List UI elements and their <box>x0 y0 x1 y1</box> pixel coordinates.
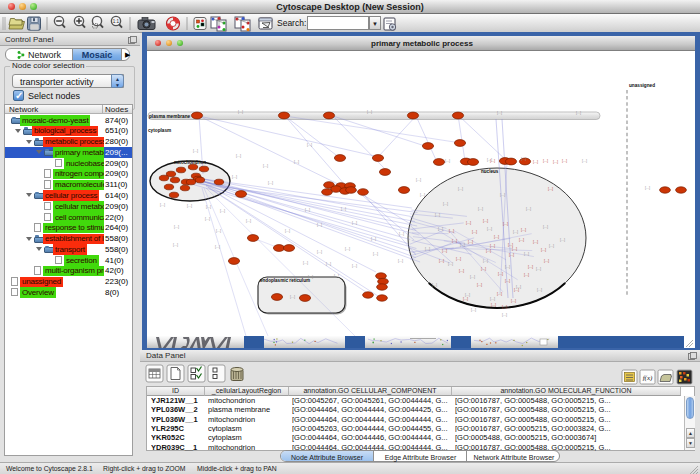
svg-text:[...]: [...] <box>549 244 554 248</box>
svg-text:[...]: [...] <box>307 143 312 147</box>
svg-text:[...]: [...] <box>500 193 505 197</box>
svg-text:[...]: [...] <box>263 164 268 168</box>
svg-text:nucleus: nucleus <box>481 169 499 174</box>
svg-text:[...]: [...] <box>521 157 526 161</box>
svg-text:[...]: [...] <box>463 297 468 301</box>
svg-text:[...]: [...] <box>505 279 510 283</box>
svg-text:[...]: [...] <box>502 305 507 309</box>
svg-text:[...]: [...] <box>478 207 483 211</box>
svg-text:[...]: [...] <box>371 237 376 241</box>
svg-text:cytoplasm: cytoplasm <box>148 128 171 133</box>
svg-text:[...]: [...] <box>187 204 192 208</box>
svg-text:[...]: [...] <box>513 230 518 234</box>
svg-text:[...]: [...] <box>439 259 444 263</box>
svg-text:[...]: [...] <box>303 261 308 265</box>
svg-text:1:1: 1:1 <box>113 19 120 24</box>
svg-text:[...]: [...] <box>305 208 310 212</box>
svg-text:[...]: [...] <box>398 259 403 263</box>
svg-text:[...]: [...] <box>505 265 510 269</box>
svg-text:[...]: [...] <box>541 248 546 252</box>
svg-text:[...]: [...] <box>524 273 529 277</box>
svg-text:[...]: [...] <box>458 187 463 191</box>
svg-text:mitochondrion: mitochondrion <box>174 160 206 165</box>
svg-text:[...]: [...] <box>425 247 430 251</box>
svg-text:[...]: [...] <box>562 159 567 163</box>
svg-text:[...]: [...] <box>173 243 178 247</box>
svg-text:[...]: [...] <box>548 187 553 191</box>
svg-text:[...]: [...] <box>487 227 492 231</box>
svg-text:unassigned: unassigned <box>629 83 655 88</box>
svg-text:[...]: [...] <box>471 308 476 312</box>
svg-text:[...]: [...] <box>466 221 471 225</box>
svg-text:[...]: [...] <box>432 283 437 287</box>
svg-text:[...]: [...] <box>399 232 404 236</box>
svg-text:[...]: [...] <box>533 160 538 164</box>
svg-text:[...]: [...] <box>519 238 524 242</box>
svg-text:[...]: [...] <box>490 244 495 248</box>
svg-text:[...]: [...] <box>452 239 457 243</box>
svg-text:[...]: [...] <box>317 250 322 254</box>
svg-text:[...]: [...] <box>511 299 516 303</box>
svg-text:[...]: [...] <box>205 217 210 221</box>
svg-text:[...]: [...] <box>544 259 549 263</box>
svg-text:[...]: [...] <box>536 267 541 271</box>
svg-text:[...]: [...] <box>528 265 533 269</box>
svg-text:[...]: [...] <box>341 207 346 211</box>
svg-text:[...]: [...] <box>445 159 450 163</box>
svg-text:[...]: [...] <box>533 240 538 244</box>
svg-text:[...]: [...] <box>503 222 508 226</box>
svg-text:[...]: [...] <box>508 243 513 247</box>
svg-text:[...]: [...] <box>456 257 461 261</box>
svg-text:[...]: [...] <box>448 262 453 266</box>
svg-text:f(x): f(x) <box>643 374 653 382</box>
svg-text:[...]: [...] <box>438 227 443 231</box>
svg-text:[...]: [...] <box>459 269 464 273</box>
svg-text:[...]: [...] <box>470 275 475 279</box>
svg-text:[...]: [...] <box>494 235 499 239</box>
svg-text:[...]: [...] <box>543 225 548 229</box>
svg-text:[...]: [...] <box>490 159 495 163</box>
svg-text:[...]: [...] <box>290 295 295 299</box>
svg-text:[...]: [...] <box>449 229 454 233</box>
svg-text:[...]: [...] <box>326 262 331 266</box>
svg-text:[...]: [...] <box>483 259 488 263</box>
svg-text:[...]: [...] <box>481 267 486 271</box>
svg-text:[...]: [...] <box>645 186 650 190</box>
svg-text:[...]: [...] <box>160 203 165 207</box>
svg-text:[...]: [...] <box>443 202 448 206</box>
svg-text:[...]: [...] <box>442 249 447 253</box>
svg-text:[...]: [...] <box>498 272 503 276</box>
svg-text:[...]: [...] <box>294 160 299 164</box>
svg-text:[...]: [...] <box>420 193 425 197</box>
svg-text:[...]: [...] <box>345 247 350 251</box>
svg-text:[...]: [...] <box>268 181 273 185</box>
svg-text:[...]: [...] <box>553 160 558 164</box>
svg-text:[...]: [...] <box>472 230 477 234</box>
svg-text:[...]: [...] <box>486 249 491 253</box>
svg-text:[...]: [...] <box>497 292 502 296</box>
svg-text:[...]: [...] <box>483 219 488 223</box>
svg-text:[...]: [...] <box>317 223 322 227</box>
svg-text:[...]: [...] <box>582 159 587 163</box>
svg-text:[...]: [...] <box>524 252 529 256</box>
svg-text:[...]: [...] <box>174 225 179 229</box>
svg-text:[...]: [...] <box>435 213 440 217</box>
svg-text:[...]: [...] <box>543 159 548 163</box>
svg-text:[...]: [...] <box>236 154 241 158</box>
svg-text:plasma membrane: plasma membrane <box>149 114 191 119</box>
svg-text:[...]: [...] <box>512 247 517 251</box>
svg-text:[...]: [...] <box>490 297 495 301</box>
svg-text:[...]: [...] <box>246 219 251 223</box>
svg-text:[...]: [...] <box>334 274 339 278</box>
svg-text:[...]: [...] <box>560 238 565 242</box>
svg-text:[...]: [...] <box>537 288 542 292</box>
svg-text:[...]: [...] <box>521 228 526 232</box>
svg-text:[...]: [...] <box>497 111 502 115</box>
svg-text:[...]: [...] <box>238 110 243 114</box>
svg-text:[...]: [...] <box>367 110 372 114</box>
svg-text:[...]: [...] <box>352 264 357 268</box>
svg-text:[...]: [...] <box>416 178 421 182</box>
svg-text:[...]: [...] <box>215 245 220 249</box>
svg-text:[...]: [...] <box>216 229 221 233</box>
svg-text:[...]: [...] <box>193 149 198 153</box>
